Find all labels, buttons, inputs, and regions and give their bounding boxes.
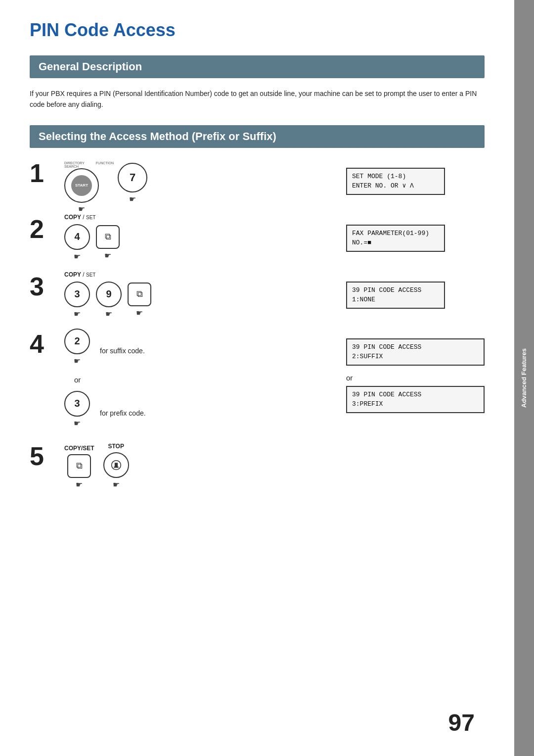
step-5-number: 5 [30,443,59,469]
step-1-keys: DIRECTORYSEARCH START FUNCTION ☛ [64,158,336,204]
key-3[interactable]: 3 [64,282,90,307]
step-5-row: 5 COPY/SET ⧉ [30,441,336,489]
copy-set-button-3-group: ⧉ ☛ [128,283,151,318]
copy-set-finger-5: ☛ [76,480,83,489]
step-1-visuals: DIRECTORYSEARCH START FUNCTION ☛ [59,158,336,204]
key-3-finger: ☛ [74,309,81,319]
svg-rect-2 [114,467,118,468]
lcd-step-2: FAX PARAMETER(01-99) NO.=■ [346,225,485,252]
lcd-4-prefix-line1: 39 PIN CODE ACCESS [352,390,479,400]
step-4-options: 2 ☛ for suffix code. or [64,329,336,431]
start-inner: START [71,175,92,196]
start-label: START [75,184,88,188]
lcd-4-prefix-line2: 3:PREFIX [352,399,479,409]
key-7-group: 7 ☛ [118,163,147,204]
step-5-keys: COPY/SET ⧉ ☛ [64,443,336,489]
suffix-label: for suffix code. [100,347,145,366]
key-3-group: 3 ☛ [64,282,90,319]
lcd-step-1: SET MODE (1-8) ENTER NO. OR ∨ Λ [346,158,485,195]
key-7[interactable]: 7 [118,163,147,192]
stop-button-group: ☛ [103,452,129,489]
copy-set-button-5[interactable]: ⧉ [67,454,91,478]
lcd-2-line2: NO.=■ [352,238,439,248]
key-3-label: 3 [74,288,80,300]
start-function-cluster: DIRECTORYSEARCH START FUNCTION ☛ [64,168,99,203]
key-7-label: 7 [130,171,135,184]
copy-set-button-5-group: ⧉ ☛ [67,454,91,489]
step-2-copy-set-label: COPY / SET [64,214,336,221]
step-1-row: 1 DIRECTORYSEARCH START [30,158,336,204]
step-2-keys: 4 ☛ ⧉ ☛ [64,224,336,261]
step-5-visuals: COPY/SET ⧉ ☛ [59,441,336,489]
lcd-box-step-4-suffix: 39 PIN CODE ACCESS 2:SUFFIX [346,338,485,366]
page-container: PIN Code Access General Description If y… [0,0,534,756]
copy-set-button-2[interactable]: ⧉ [96,225,120,249]
main-content: PIN Code Access General Description If y… [0,0,514,756]
lcd-4-or: or [346,370,485,386]
general-description-heading: General Description [30,55,485,78]
key-2-label: 2 [74,335,80,347]
lcd-1-line2: ENTER NO. OR ∨ Λ [352,181,439,191]
step1-finger-icon: ☛ [78,204,85,214]
page-title: PIN Code Access [30,20,485,41]
access-method-section: Selecting the Access Method (Prefix or S… [30,125,485,498]
key-4-label: 4 [74,231,80,242]
lcd-3-line2: 1:NONE [352,295,439,305]
stop-finger: ☛ [113,480,120,489]
steps-two-col: 1 DIRECTORYSEARCH START [30,158,485,498]
copy-set-button-3[interactable]: ⧉ [128,283,151,306]
lcd-step-4: 39 PIN CODE ACCESS 2:SUFFIX or 39 PIN CO… [346,338,485,413]
directory-search-label: DIRECTORYSEARCH [64,161,85,168]
lcd-box-step-4-prefix: 39 PIN CODE ACCESS 3:PREFIX [346,386,485,413]
key-3b[interactable]: 3 [64,391,90,417]
page-number: 97 [448,709,475,736]
copy-set-finger-2: ☛ [104,251,111,260]
lcd-1-line1: SET MODE (1-8) [352,172,439,182]
key-2-group: 2 ☛ [64,329,90,366]
key-7-finger: ☛ [129,194,136,204]
step-4-row: 4 2 ☛ [30,329,336,431]
step-5-copy-set-label: COPY/SET [64,445,94,452]
step-4-or: or [64,376,336,384]
stop-icon [109,458,123,472]
lcd-box-step-2: FAX PARAMETER(01-99) NO.=■ [346,225,445,252]
key-3b-group: 3 ☛ [64,391,90,428]
step-3-visuals: COPY / SET 3 ☛ [59,271,336,319]
sidebar-tab-label: Advanced Features [520,343,529,413]
copy-set-icon-3: ⧉ [136,289,143,299]
key-4-group: 4 ☛ [64,224,90,261]
step-3-row: 3 COPY / SET 3 ☛ [30,271,336,319]
function-label: FUNCTION [96,161,114,165]
step-5-stop-label: STOP [108,443,124,450]
key-4[interactable]: 4 [64,224,90,250]
access-method-heading: Selecting the Access Method (Prefix or S… [30,125,485,148]
key-9[interactable]: 9 [96,282,122,307]
lcd-4-suffix-line1: 39 PIN CODE ACCESS [352,342,479,352]
copy-set-button-2-group: ⧉ ☛ [96,225,120,260]
copy-set-icon-2: ⧉ [105,232,111,242]
lcd-4-suffix-line2: 2:SUFFIX [352,352,479,362]
step-4-suffix-option: 2 ☛ for suffix code. [64,329,336,366]
lcd-box-step-1: SET MODE (1-8) ENTER NO. OR ∨ Λ [346,168,445,195]
step-2-visuals: COPY / SET 4 ☛ [59,214,336,261]
step-3-number: 3 [30,274,59,299]
step-4-visuals: 2 ☛ for suffix code. or [59,329,336,431]
key-3b-label: 3 [74,398,80,409]
lcd-3-line1: 39 PIN CODE ACCESS [352,285,439,295]
step-3-copy-set-label: COPY / SET [64,271,336,278]
step-5-stop-group: STOP [103,443,129,489]
key-2-finger: ☛ [74,356,81,366]
key-9-label: 9 [106,288,111,300]
key-9-finger: ☛ [105,309,112,319]
step-4-number: 4 [30,331,59,357]
copy-set-icon-5: ⧉ [76,461,83,471]
start-button[interactable]: START [64,168,99,203]
lcd-box-step-3: 39 PIN CODE ACCESS 1:NONE [346,282,445,309]
general-description-section: General Description If your PBX requires… [30,55,485,110]
key-2[interactable]: 2 [64,329,90,354]
stop-button[interactable] [103,452,129,478]
right-sidebar: Advanced Features [514,0,534,756]
steps-right: SET MODE (1-8) ENTER NO. OR ∨ Λ FAX PARA… [346,158,485,498]
step-2-number: 2 [30,216,59,242]
key-9-group: 9 ☛ [96,282,122,319]
